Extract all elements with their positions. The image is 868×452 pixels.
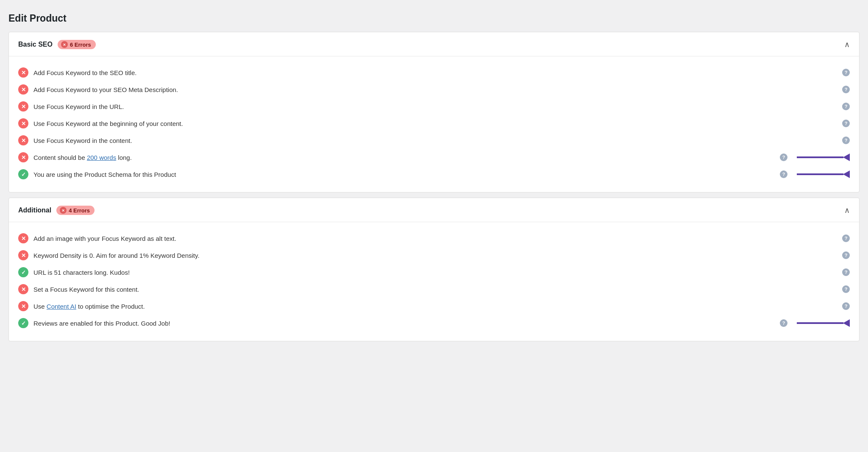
item-text: Add an image with your Focus Keyword as …: [33, 234, 835, 243]
check-item: ✕Use Focus Keyword at the beginning of y…: [18, 115, 850, 132]
status-error-icon: ✕: [18, 233, 28, 243]
section-basic-seo: Basic SEO×6 Errors∧✕Add Focus Keyword to…: [8, 32, 860, 193]
section-body-basic-seo: ✕Add Focus Keyword to the SEO title.?✕Ad…: [9, 56, 859, 192]
item-text: Reviews are enabled for this Product. Go…: [33, 319, 773, 328]
help-icon[interactable]: ?: [780, 153, 787, 161]
item-text: Add Focus Keyword to the SEO title.: [33, 68, 835, 77]
collapse-button[interactable]: ∧: [844, 206, 850, 215]
status-success-icon: ✓: [18, 169, 28, 179]
check-item: ✕Set a Focus Keyword for this content.?: [18, 281, 850, 298]
arrow-indicator: [797, 153, 850, 161]
arrow-line: [797, 156, 843, 158]
item-text: Add Focus Keyword to your SEO Meta Descr…: [33, 85, 835, 94]
badge-x-icon: ×: [61, 41, 68, 48]
section-header-additional: Additional×4 Errors∧: [9, 198, 859, 222]
status-error-icon: ✕: [18, 250, 28, 260]
section-title-additional: Additional: [18, 206, 51, 214]
badge-count: 6 Errors: [70, 42, 91, 48]
collapse-button[interactable]: ∧: [844, 40, 850, 49]
item-text: Keyword Density is 0. Aim for around 1% …: [33, 251, 835, 260]
arrow-head: [843, 153, 850, 161]
status-error-icon: ✕: [18, 301, 28, 311]
check-item: ✕Use Content AI to optimise the Product.…: [18, 298, 850, 315]
help-icon[interactable]: ?: [842, 251, 850, 259]
help-icon[interactable]: ?: [842, 69, 850, 76]
section-body-additional: ✕Add an image with your Focus Keyword as…: [9, 222, 859, 341]
item-text: Use Focus Keyword in the URL.: [33, 102, 835, 111]
section-header-left: Basic SEO×6 Errors: [18, 40, 96, 49]
section-header-basic-seo: Basic SEO×6 Errors∧: [9, 32, 859, 56]
arrow-line: [797, 322, 843, 324]
status-success-icon: ✓: [18, 267, 28, 277]
help-icon[interactable]: ?: [842, 234, 850, 242]
help-icon[interactable]: ?: [780, 319, 787, 327]
item-text: Set a Focus Keyword for this content.: [33, 285, 835, 294]
status-error-icon: ✕: [18, 284, 28, 294]
arrow-head: [843, 319, 850, 327]
status-error-icon: ✕: [18, 84, 28, 95]
item-text: Use Focus Keyword in the content.: [33, 136, 835, 145]
badge-x-icon: ×: [60, 207, 67, 214]
help-icon[interactable]: ?: [842, 302, 850, 310]
help-icon[interactable]: ?: [842, 120, 850, 127]
check-item: ✓Reviews are enabled for this Product. G…: [18, 315, 850, 332]
sections-container: Basic SEO×6 Errors∧✕Add Focus Keyword to…: [8, 32, 860, 341]
check-item: ✕Keyword Density is 0. Aim for around 1%…: [18, 247, 850, 264]
help-icon[interactable]: ?: [842, 86, 850, 93]
item-text: You are using the Product Schema for thi…: [33, 170, 773, 179]
item-text: Use Content AI to optimise the Product.: [33, 302, 835, 311]
check-item: ✕Add Focus Keyword to the SEO title.?: [18, 64, 850, 81]
section-header-left: Additional×4 Errors: [18, 206, 95, 215]
section-additional: Additional×4 Errors∧✕Add an image with y…: [8, 198, 860, 341]
check-item: ✓You are using the Product Schema for th…: [18, 166, 850, 183]
error-badge-basic-seo: ×6 Errors: [58, 40, 96, 49]
item-text: Content should be 200 words long.: [33, 153, 773, 162]
error-badge-additional: ×4 Errors: [56, 206, 95, 215]
help-icon[interactable]: ?: [842, 103, 850, 110]
item-text: Use Focus Keyword at the beginning of yo…: [33, 119, 835, 128]
status-error-icon: ✕: [18, 152, 28, 162]
help-icon[interactable]: ?: [842, 285, 850, 293]
status-error-icon: ✕: [18, 101, 28, 112]
status-success-icon: ✓: [18, 318, 28, 328]
status-error-icon: ✕: [18, 67, 28, 78]
item-link[interactable]: 200 words: [87, 154, 116, 161]
check-item: ✕Use Focus Keyword in the URL.?: [18, 98, 850, 115]
section-title-basic-seo: Basic SEO: [18, 41, 53, 48]
status-error-icon: ✕: [18, 135, 28, 145]
item-link[interactable]: Content AI: [47, 303, 76, 310]
status-error-icon: ✕: [18, 118, 28, 128]
check-item: ✕Use Focus Keyword in the content.?: [18, 132, 850, 149]
check-item: ✕Add an image with your Focus Keyword as…: [18, 230, 850, 247]
page-container: Edit Product Basic SEO×6 Errors∧✕Add Foc…: [8, 8, 860, 341]
check-item: ✕Content should be 200 words long.?: [18, 149, 850, 166]
help-icon[interactable]: ?: [780, 170, 787, 178]
check-item: ✕Add Focus Keyword to your SEO Meta Desc…: [18, 81, 850, 98]
arrow-indicator: [797, 319, 850, 327]
page-title: Edit Product: [8, 8, 860, 32]
check-item: ✓URL is 51 characters long. Kudos!?: [18, 264, 850, 281]
badge-count: 4 Errors: [69, 207, 90, 214]
help-icon[interactable]: ?: [842, 268, 850, 276]
help-icon[interactable]: ?: [842, 137, 850, 144]
arrow-indicator: [797, 170, 850, 178]
arrow-line: [797, 173, 843, 175]
item-text: URL is 51 characters long. Kudos!: [33, 268, 835, 277]
arrow-head: [843, 170, 850, 178]
